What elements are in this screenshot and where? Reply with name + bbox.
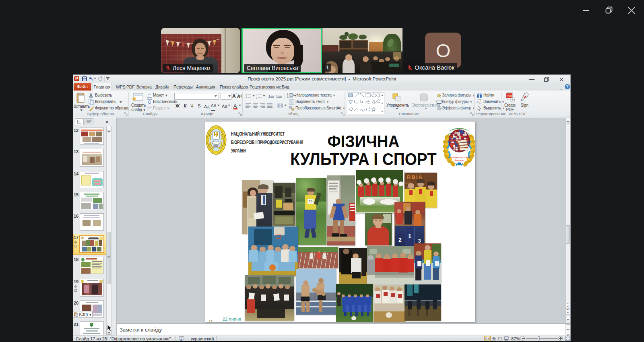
- svg-text:A: A: [207, 105, 210, 109]
- svg-text:факультет: факультет: [455, 159, 464, 161]
- svg-text:PDF: PDF: [507, 94, 513, 98]
- svg-text:1: 1: [256, 93, 257, 96]
- svg-text:уніфіковано-підготовчий: уніфіковано-підготовчий: [448, 156, 470, 159]
- svg-text:1898: 1898: [214, 145, 218, 147]
- svg-text:2: 2: [256, 97, 257, 99]
- svg-text:a: a: [477, 100, 479, 104]
- svg-text:b: b: [479, 101, 481, 105]
